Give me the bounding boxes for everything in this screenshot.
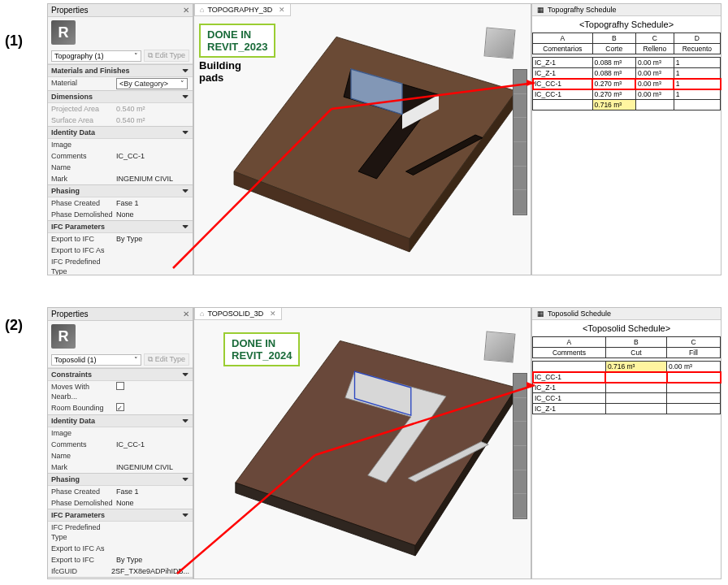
svg-marker-10 (236, 340, 517, 545)
group-phasing[interactable]: Phasing (51, 187, 80, 195)
topography-solid (227, 28, 519, 256)
group-dimensions[interactable]: Dimensions (51, 93, 93, 101)
revit-logo-icon: R (51, 324, 76, 349)
chevron-down-icon: ˅ (134, 356, 138, 364)
revit-logo-icon: R (51, 20, 76, 45)
view-cube[interactable] (483, 27, 515, 58)
schedule-table[interactable]: A B C D Comentarios Corte Relleno Recuen… (532, 32, 721, 110)
table-row: IC_CC-1 (533, 372, 721, 383)
type-selector[interactable]: Toposolid (1)˅ (51, 354, 141, 366)
home-icon: ⌂ (200, 310, 204, 318)
done-in-label: DONE IN REVIT_2024 (223, 332, 300, 366)
roombound-checkbox[interactable] (116, 403, 124, 411)
properties-title: Properties (51, 6, 89, 15)
edit-type-button[interactable]: ⧉ Edit Type (144, 50, 189, 62)
table-row: IC_CC-1 (533, 393, 721, 404)
table-row: IC_Z-1 (533, 404, 721, 414)
sum-cell: 0.716 m³ (605, 362, 666, 372)
scene-2: Properties ✕ R Toposolid (1)˅ ⧉ Edit Typ… (47, 307, 722, 579)
properties-panel: Properties ✕ R Toposolid (1)˅ ⧉ Edit Typ… (47, 307, 193, 579)
group-constraints[interactable]: Constraints (51, 370, 92, 379)
edit-type-button[interactable]: ⧉ Edit Type (144, 353, 189, 366)
table-row: IC_Z-10.088 m³0.00 m³1 (533, 58, 721, 68)
viewport-3d[interactable]: ⌂ TOPOSOLID_3D ✕ DONE IN REVIT_2024 (193, 307, 531, 579)
moves-checkbox[interactable] (116, 382, 124, 390)
group-ifc[interactable]: IFC Parameters (51, 223, 105, 231)
viewport-3d[interactable]: ⌂ TOPOGRAPHY_3D ✕ DONE IN REVIT_2023 Bui… (193, 3, 531, 275)
nav-bar[interactable] (513, 373, 527, 519)
scene-label-1: (1) (5, 32, 23, 50)
close-icon[interactable]: ✕ (279, 6, 285, 14)
close-icon[interactable]: ✕ (183, 6, 189, 15)
type-selector[interactable]: Topography (1)˅ (51, 50, 141, 62)
close-icon[interactable]: ✕ (270, 310, 276, 318)
done-in-label: DONE IN REVIT_2023 (199, 24, 275, 58)
toposolid (227, 332, 519, 560)
schedule-tab[interactable]: ▦Topografhy Schedule (532, 4, 721, 16)
table-row: IC_CC-10.270 m³0.00 m³1 (533, 79, 721, 89)
sub-label: Building pads (199, 59, 241, 84)
group-identity[interactable]: Identity Data (51, 417, 95, 425)
group-materials[interactable]: Materials and Finishes (51, 67, 130, 75)
grid-icon: ▦ (537, 6, 544, 14)
schedule-panel: ▦Topografhy Schedule <Topografhy Schedul… (531, 3, 722, 275)
close-icon[interactable]: ✕ (183, 310, 189, 318)
properties-title: Properties (51, 310, 89, 318)
view-cube[interactable] (483, 331, 515, 362)
group-phasing[interactable]: Phasing (51, 475, 80, 483)
schedule-tab[interactable]: ▦Toposolid Schedule (532, 308, 721, 320)
group-ifc[interactable]: IFC Parameters (51, 511, 105, 519)
scene-1: Properties ✕ R Topography (1)˅ ⧉ Edit Ty… (47, 3, 722, 275)
grid-icon: ▦ (537, 310, 544, 318)
table-row: IC_Z-10.088 m³0.00 m³1 (533, 68, 721, 79)
scene-label-2: (2) (5, 317, 23, 334)
group-identity[interactable]: Identity Data (51, 128, 95, 136)
schedule-title: <Topografhy Schedule> (532, 16, 721, 32)
chevron-down-icon: ˅ (134, 52, 138, 60)
schedule-panel: ▦Toposolid Schedule <Toposolid Schedule>… (531, 307, 722, 579)
viewport-tab[interactable]: ⌂ TOPOSOLID_3D ✕ (194, 308, 282, 320)
schedule-table[interactable]: A B C Comments Cut Fill 0.716 m³0.00 m³ … (532, 336, 721, 414)
viewport-tab[interactable]: ⌂ TOPOGRAPHY_3D ✕ (194, 4, 291, 16)
properties-panel: Properties ✕ R Topography (1)˅ ⧉ Edit Ty… (47, 3, 193, 275)
nav-bar[interactable] (513, 69, 527, 215)
table-row: IC_Z-1 (533, 383, 721, 393)
sum-cell: 0.716 m³ (592, 100, 635, 110)
home-icon: ⌂ (200, 6, 204, 14)
material-dropdown[interactable]: <By Category>˅ (116, 78, 188, 89)
schedule-title: <Toposolid Schedule> (532, 320, 721, 336)
table-row: IC_CC-10.270 m³0.00 m³1 (533, 89, 721, 100)
